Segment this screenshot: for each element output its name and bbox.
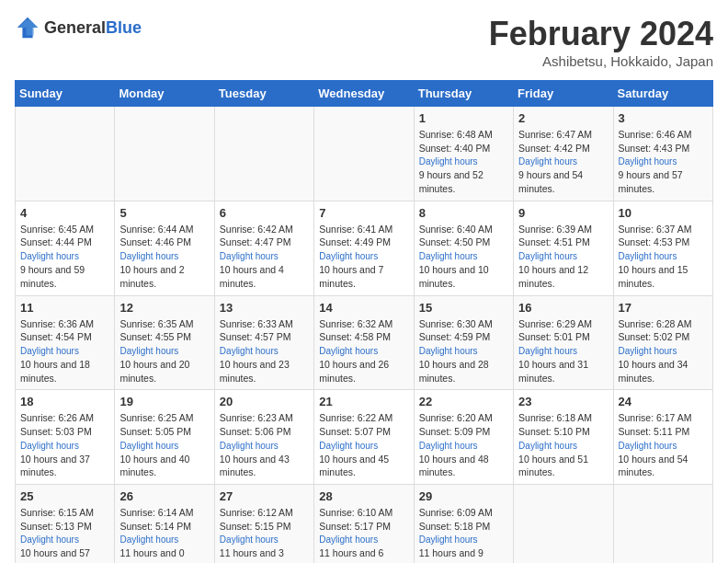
day-number: 27 xyxy=(220,489,309,503)
day-number: 24 xyxy=(619,395,708,408)
day-info: Sunrise: 6:33 AMSunset: 4:57 PMDaylight … xyxy=(220,317,309,385)
logo-general: General xyxy=(44,18,106,37)
calendar-cell-w2-d2: 5Sunrise: 6:44 AMSunset: 4:46 PMDaylight… xyxy=(115,201,214,295)
header-friday: Friday xyxy=(514,81,613,107)
day-info: Sunrise: 6:26 AMSunset: 5:03 PMDaylight … xyxy=(20,411,109,479)
header-tuesday: Tuesday xyxy=(214,81,313,107)
title-area: February 2024 Ashibetsu, Hokkaido, Japan xyxy=(489,15,713,69)
month-title: February 2024 xyxy=(489,15,713,53)
calendar-cell-w1-d7: 3Sunrise: 6:46 AMSunset: 4:43 PMDaylight… xyxy=(613,107,712,201)
day-info: Sunrise: 6:22 AMSunset: 5:07 PMDaylight … xyxy=(319,411,408,479)
week-row-5: 25Sunrise: 6:15 AMSunset: 5:13 PMDayligh… xyxy=(16,485,713,564)
calendar-cell-w5-d1: 25Sunrise: 6:15 AMSunset: 5:13 PMDayligh… xyxy=(16,485,115,564)
day-number: 10 xyxy=(619,206,708,220)
day-info: Sunrise: 6:23 AMSunset: 5:06 PMDaylight … xyxy=(220,411,309,479)
day-number: 14 xyxy=(319,301,408,315)
calendar-cell-w3-d3: 13Sunrise: 6:33 AMSunset: 4:57 PMDayligh… xyxy=(214,295,313,390)
page-header: GeneralBlue February 2024 Ashibetsu, Hok… xyxy=(15,15,713,69)
svg-marker-1 xyxy=(18,20,38,36)
calendar-cell-w1-d6: 2Sunrise: 6:47 AMSunset: 4:42 PMDaylight… xyxy=(514,107,613,201)
calendar-cell-w5-d4: 28Sunrise: 6:10 AMSunset: 5:17 PMDayligh… xyxy=(314,485,414,564)
calendar-cell-w5-d7 xyxy=(613,485,712,564)
day-info: Sunrise: 6:12 AMSunset: 5:15 PMDaylight … xyxy=(220,506,309,563)
calendar-cell-w3-d4: 14Sunrise: 6:32 AMSunset: 4:58 PMDayligh… xyxy=(314,295,414,390)
day-info: Sunrise: 6:14 AMSunset: 5:14 PMDaylight … xyxy=(119,506,209,563)
logo-icon xyxy=(15,15,40,40)
header-wednesday: Wednesday xyxy=(314,81,414,107)
header-sunday: Sunday xyxy=(16,81,115,107)
day-number: 19 xyxy=(119,395,209,408)
calendar-cell-w4-d2: 19Sunrise: 6:25 AMSunset: 5:05 PMDayligh… xyxy=(115,390,214,485)
header-thursday: Thursday xyxy=(414,81,513,107)
day-info: Sunrise: 6:44 AMSunset: 4:46 PMDaylight … xyxy=(119,223,209,291)
day-number: 1 xyxy=(419,111,508,125)
calendar-cell-w4-d6: 23Sunrise: 6:18 AMSunset: 5:10 PMDayligh… xyxy=(514,390,613,485)
day-info: Sunrise: 6:17 AMSunset: 5:11 PMDaylight … xyxy=(619,411,708,479)
day-number: 22 xyxy=(419,395,508,408)
day-number: 9 xyxy=(518,206,608,220)
day-number: 26 xyxy=(119,489,209,503)
calendar-cell-w2-d6: 9Sunrise: 6:39 AMSunset: 4:51 PMDaylight… xyxy=(514,201,613,295)
week-row-4: 18Sunrise: 6:26 AMSunset: 5:03 PMDayligh… xyxy=(16,390,713,485)
week-row-2: 4Sunrise: 6:45 AMSunset: 4:44 PMDaylight… xyxy=(16,201,713,295)
header-monday: Monday xyxy=(115,81,214,107)
day-info: Sunrise: 6:41 AMSunset: 4:49 PMDaylight … xyxy=(319,223,408,291)
day-number: 18 xyxy=(20,395,109,408)
day-number: 12 xyxy=(119,301,209,315)
day-info: Sunrise: 6:30 AMSunset: 4:59 PMDaylight … xyxy=(419,317,508,385)
calendar-cell-w4-d5: 22Sunrise: 6:20 AMSunset: 5:09 PMDayligh… xyxy=(414,390,513,485)
day-number: 8 xyxy=(419,206,508,220)
calendar-cell-w4-d1: 18Sunrise: 6:26 AMSunset: 5:03 PMDayligh… xyxy=(16,390,115,485)
calendar-cell-w5-d6 xyxy=(514,485,613,564)
calendar-cell-w1-d4 xyxy=(314,107,414,201)
day-info: Sunrise: 6:45 AMSunset: 4:44 PMDaylight … xyxy=(20,223,109,291)
calendar-cell-w2-d7: 10Sunrise: 6:37 AMSunset: 4:53 PMDayligh… xyxy=(613,201,712,295)
day-number: 13 xyxy=(220,301,309,315)
calendar-cell-w3-d2: 12Sunrise: 6:35 AMSunset: 4:55 PMDayligh… xyxy=(115,295,214,390)
calendar-cell-w2-d4: 7Sunrise: 6:41 AMSunset: 4:49 PMDaylight… xyxy=(314,201,414,295)
day-number: 21 xyxy=(319,395,408,408)
day-number: 7 xyxy=(319,206,408,220)
calendar-table: Sunday Monday Tuesday Wednesday Thursday… xyxy=(15,80,713,563)
calendar-cell-w2-d3: 6Sunrise: 6:42 AMSunset: 4:47 PMDaylight… xyxy=(214,201,313,295)
day-info: Sunrise: 6:42 AMSunset: 4:47 PMDaylight … xyxy=(220,223,309,291)
day-number: 4 xyxy=(20,206,109,220)
day-info: Sunrise: 6:35 AMSunset: 4:55 PMDaylight … xyxy=(119,317,209,385)
day-info: Sunrise: 6:15 AMSunset: 5:13 PMDaylight … xyxy=(20,506,109,563)
calendar-cell-w3-d1: 11Sunrise: 6:36 AMSunset: 4:54 PMDayligh… xyxy=(16,295,115,390)
location-title: Ashibetsu, Hokkaido, Japan xyxy=(489,53,713,69)
weekday-header-row: Sunday Monday Tuesday Wednesday Thursday… xyxy=(16,81,713,107)
day-info: Sunrise: 6:46 AMSunset: 4:43 PMDaylight … xyxy=(619,128,708,196)
day-info: Sunrise: 6:09 AMSunset: 5:18 PMDaylight … xyxy=(419,506,508,563)
day-info: Sunrise: 6:10 AMSunset: 5:17 PMDaylight … xyxy=(319,506,408,563)
logo: GeneralBlue xyxy=(15,15,142,40)
day-info: Sunrise: 6:40 AMSunset: 4:50 PMDaylight … xyxy=(419,223,508,291)
day-number: 11 xyxy=(20,301,109,315)
day-info: Sunrise: 6:18 AMSunset: 5:10 PMDaylight … xyxy=(518,411,608,479)
calendar-cell-w2-d1: 4Sunrise: 6:45 AMSunset: 4:44 PMDaylight… xyxy=(16,201,115,295)
day-info: Sunrise: 6:36 AMSunset: 4:54 PMDaylight … xyxy=(20,317,109,385)
day-number: 28 xyxy=(319,489,408,503)
calendar-cell-w4-d4: 21Sunrise: 6:22 AMSunset: 5:07 PMDayligh… xyxy=(314,390,414,485)
calendar-cell-w3-d7: 17Sunrise: 6:28 AMSunset: 5:02 PMDayligh… xyxy=(613,295,712,390)
day-number: 3 xyxy=(619,111,708,125)
logo-blue: Blue xyxy=(106,18,142,37)
day-number: 23 xyxy=(518,395,608,408)
day-number: 25 xyxy=(20,489,109,503)
week-row-1: 1Sunrise: 6:48 AMSunset: 4:40 PMDaylight… xyxy=(16,107,713,201)
calendar-cell-w4-d7: 24Sunrise: 6:17 AMSunset: 5:11 PMDayligh… xyxy=(613,390,712,485)
calendar-cell-w1-d1 xyxy=(16,107,115,201)
day-number: 16 xyxy=(518,301,608,315)
day-info: Sunrise: 6:32 AMSunset: 4:58 PMDaylight … xyxy=(319,317,408,385)
day-info: Sunrise: 6:25 AMSunset: 5:05 PMDaylight … xyxy=(119,411,209,479)
day-number: 15 xyxy=(419,301,508,315)
calendar-cell-w5-d3: 27Sunrise: 6:12 AMSunset: 5:15 PMDayligh… xyxy=(214,485,313,564)
calendar-cell-w3-d5: 15Sunrise: 6:30 AMSunset: 4:59 PMDayligh… xyxy=(414,295,513,390)
day-number: 17 xyxy=(619,301,708,315)
day-info: Sunrise: 6:29 AMSunset: 5:01 PMDaylight … xyxy=(518,317,608,385)
calendar-cell-w1-d5: 1Sunrise: 6:48 AMSunset: 4:40 PMDaylight… xyxy=(414,107,513,201)
calendar-cell-w5-d5: 29Sunrise: 6:09 AMSunset: 5:18 PMDayligh… xyxy=(414,485,513,564)
day-info: Sunrise: 6:20 AMSunset: 5:09 PMDaylight … xyxy=(419,411,508,479)
day-number: 5 xyxy=(119,206,209,220)
day-info: Sunrise: 6:48 AMSunset: 4:40 PMDaylight … xyxy=(419,128,508,196)
